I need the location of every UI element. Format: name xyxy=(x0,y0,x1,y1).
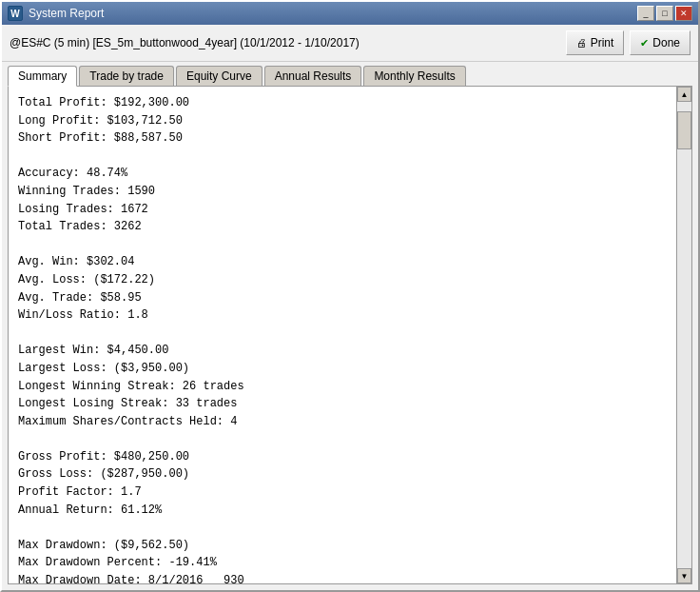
title-bar: W System Report _ □ ✕ xyxy=(2,2,698,25)
tab-annual-results[interactable]: Annual Results xyxy=(264,66,362,86)
tab-summary[interactable]: Summary xyxy=(8,66,77,87)
done-icon xyxy=(640,36,649,49)
system-report-window: W System Report _ □ ✕ @ES#C (5 min) [ES_… xyxy=(0,0,700,592)
maximize-button[interactable]: □ xyxy=(656,6,673,21)
close-button[interactable]: ✕ xyxy=(675,6,692,21)
done-button[interactable]: Done xyxy=(630,30,690,55)
print-button[interactable]: Print xyxy=(566,30,625,55)
window-controls: _ □ ✕ xyxy=(637,6,692,21)
scroll-up-button[interactable]: ▲ xyxy=(677,87,691,102)
scrollbar: ▲ ▼ xyxy=(676,87,691,583)
scroll-track[interactable] xyxy=(677,102,691,568)
scroll-down-button[interactable]: ▼ xyxy=(677,568,691,583)
scroll-thumb[interactable] xyxy=(677,111,691,149)
tab-monthly-results[interactable]: Monthly Results xyxy=(363,66,465,86)
content-area: Total Profit: $192,300.00 Long Profit: $… xyxy=(8,86,692,584)
tab-bar: SummaryTrade by tradeEquity CurveAnnual … xyxy=(2,62,698,86)
instrument-label: @ES#C (5 min) [ES_5m_buttonwood_4year] (… xyxy=(10,36,360,49)
tab-trade-by-trade[interactable]: Trade by trade xyxy=(79,66,174,86)
app-icon: W xyxy=(8,6,23,21)
report-text-area[interactable]: Total Profit: $192,300.00 Long Profit: $… xyxy=(9,87,676,583)
toolbar-buttons: Print Done xyxy=(566,30,690,55)
minimize-button[interactable]: _ xyxy=(637,6,654,21)
print-icon xyxy=(576,36,587,49)
toolbar: @ES#C (5 min) [ES_5m_buttonwood_4year] (… xyxy=(2,25,698,62)
window-title: System Report xyxy=(29,7,632,20)
tab-equity-curve[interactable]: Equity Curve xyxy=(176,66,262,86)
